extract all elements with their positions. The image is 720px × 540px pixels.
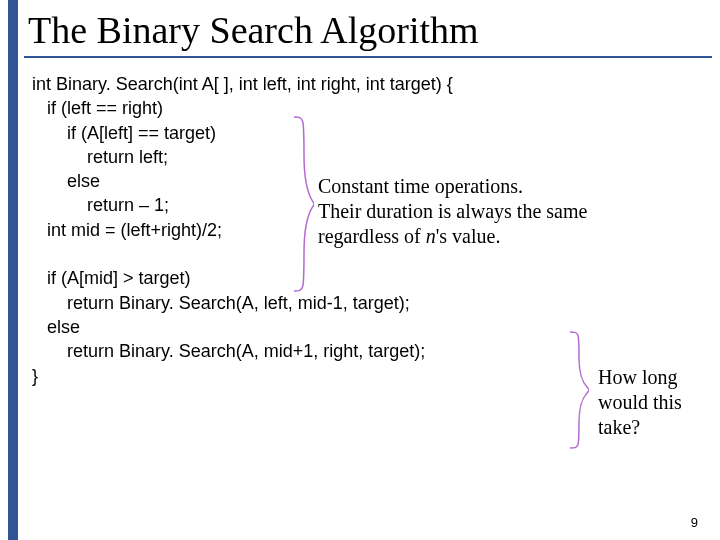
annotation-text: 's value. <box>436 225 501 247</box>
annotation-how-long: How long would this take? <box>598 365 718 440</box>
code-line: if (A[left] == target) <box>32 123 216 143</box>
code-line: int mid = (left+right)/2; <box>32 220 222 240</box>
code-line: if (A[mid] > target) <box>32 268 191 288</box>
code-line: else <box>32 171 100 191</box>
code-line: return left; <box>32 147 168 167</box>
code-line: int Binary. Search(int A[ ], int left, i… <box>32 74 453 94</box>
code-line: else <box>32 317 80 337</box>
code-line: return Binary. Search(A, left, mid-1, ta… <box>32 293 410 313</box>
code-line: return – 1; <box>32 195 169 215</box>
slide-title: The Binary Search Algorithm <box>24 0 712 58</box>
slide-frame: The Binary Search Algorithm int Binary. … <box>8 0 712 540</box>
page-number: 9 <box>691 515 698 530</box>
annotation-constant-time: Constant time operations. Their duration… <box>318 174 658 249</box>
code-line: return Binary. Search(A, mid+1, right, t… <box>32 341 425 361</box>
code-line: if (left == right) <box>32 98 163 118</box>
code-line: } <box>32 366 38 386</box>
annotation-italic: n <box>426 225 436 247</box>
